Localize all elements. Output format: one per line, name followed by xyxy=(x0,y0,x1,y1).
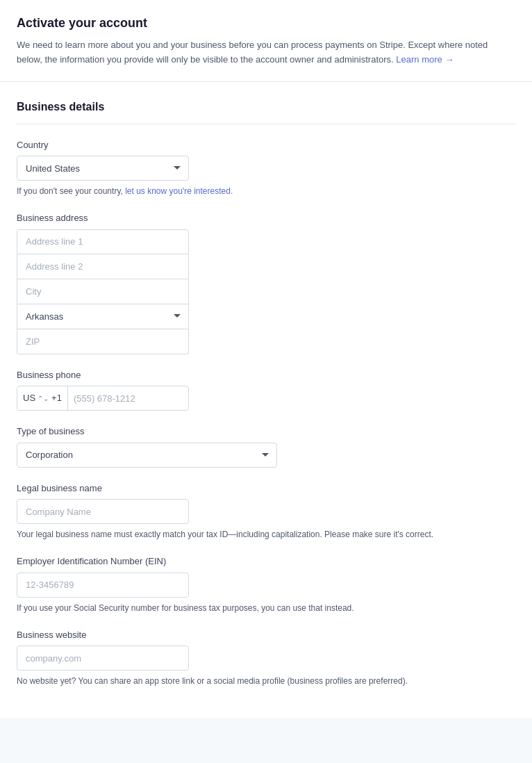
phone-number-input[interactable] xyxy=(68,386,189,410)
legal-business-name-label: Legal business name xyxy=(17,482,515,495)
ein-input[interactable] xyxy=(17,573,189,598)
business-website-group: Business website No website yet? You can… xyxy=(17,628,515,688)
page-wrapper: Activate your account We need to learn m… xyxy=(0,0,532,763)
phone-input-wrapper: US ⌃⌄ +1 xyxy=(17,386,189,411)
zip-input[interactable] xyxy=(17,329,189,354)
business-website-label: Business website xyxy=(17,628,515,642)
legal-business-name-help: Your legal business name must exactly ma… xyxy=(17,528,489,541)
phone-prefix: +1 xyxy=(51,391,62,405)
business-address-group: Business address Arkansas Alabama Alaska… xyxy=(17,211,515,354)
type-of-business-select[interactable]: Corporation LLC Partnership Sole Proprie… xyxy=(17,443,277,468)
business-phone-label: Business phone xyxy=(17,368,515,382)
country-note: If you don't see your country, let us kn… xyxy=(17,185,515,197)
type-of-business-group: Type of business Corporation LLC Partner… xyxy=(17,425,515,468)
state-select[interactable]: Arkansas Alabama Alaska Arizona Californ… xyxy=(17,304,189,329)
main-content: Business details Country United States U… xyxy=(0,82,532,719)
header-description: We need to learn more about you and your… xyxy=(17,38,515,67)
ein-label: Employer Identification Number (EIN) xyxy=(17,555,515,568)
business-website-help: No website yet? You can share an app sto… xyxy=(17,675,489,687)
address-line-2-input[interactable] xyxy=(17,254,189,279)
country-select[interactable]: United States United Kingdom Canada Aust… xyxy=(17,156,189,181)
type-of-business-label: Type of business xyxy=(17,425,515,438)
country-label: Country xyxy=(17,138,515,152)
business-address-label: Business address xyxy=(17,211,515,225)
city-input[interactable] xyxy=(17,279,189,304)
country-note-prefix: If you don't see your country, xyxy=(17,186,123,196)
address-stack: Arkansas Alabama Alaska Arizona Californ… xyxy=(17,229,515,354)
business-phone-group: Business phone US ⌃⌄ +1 xyxy=(17,368,515,411)
learn-more-link[interactable]: Learn more → xyxy=(396,54,454,65)
country-note-link[interactable]: let us know you're interested. xyxy=(125,186,233,196)
legal-business-name-input[interactable] xyxy=(17,499,189,524)
address-line-1-input[interactable] xyxy=(17,229,189,254)
legal-business-name-group: Legal business name Your legal business … xyxy=(17,482,515,541)
ein-help: If you use your Social Security number f… xyxy=(17,602,489,614)
business-website-input[interactable] xyxy=(17,646,189,671)
phone-chevron-icon: ⌃⌄ xyxy=(38,393,49,404)
header-section: Activate your account We need to learn m… xyxy=(0,0,532,82)
phone-country-code-label: US xyxy=(23,391,35,405)
country-group: Country United States United Kingdom Can… xyxy=(17,138,515,198)
phone-country-code-selector[interactable]: US ⌃⌄ +1 xyxy=(17,386,68,410)
page-title: Activate your account xyxy=(17,14,515,33)
ein-group: Employer Identification Number (EIN) If … xyxy=(17,555,515,614)
section-title: Business details xyxy=(17,99,515,124)
